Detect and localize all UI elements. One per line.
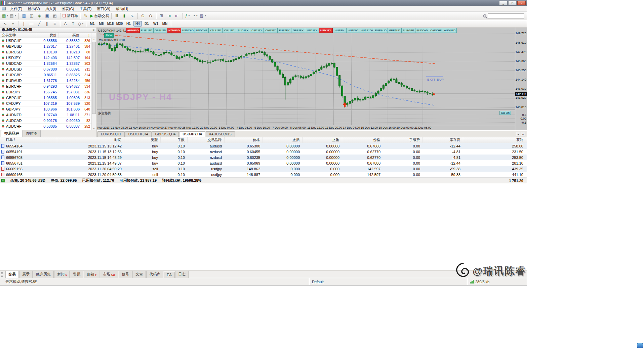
symbol-tab-audnzd[interactable]: AUDNZD (443, 28, 457, 33)
tabs-scroll-left-icon[interactable]: ◄ (516, 132, 520, 136)
menu-item-tools[interactable]: 工具(T) (77, 6, 94, 12)
market-watch-titlebar[interactable]: 市场报价: 01:20:45 × (0, 28, 96, 33)
column-bid[interactable]: 卖价 (36, 33, 58, 38)
chart-line-button[interactable]: ∿ (129, 12, 136, 19)
bottom-tab-account-history[interactable]: 账户历史 (33, 271, 54, 278)
market-watch-row-gbpchf[interactable]: GBPCHF1.085851.09398813 (0, 95, 96, 101)
strategy-tester-button[interactable]: ◩ (51, 12, 58, 19)
symbol-tab-nas100[interactable]: #NAS100 (360, 28, 374, 33)
bottom-tab-exposure[interactable]: 展示 (19, 271, 33, 278)
shapes-button[interactable]: ◇▼ (77, 20, 84, 27)
chart-shift-button[interactable]: ⇤ (173, 12, 180, 19)
scroll-down-icon[interactable]: ▼ (92, 127, 96, 130)
symbol-tab-cadjpy[interactable]: CADJPY (250, 28, 264, 33)
orders-column-4[interactable]: 交易品种 (188, 137, 225, 143)
new-chart-button[interactable]: ▦▼ (2, 12, 9, 19)
search-input[interactable] (488, 13, 524, 18)
market-watch-scrollbar[interactable]: ▲▼ (91, 38, 96, 130)
fibonacci-button[interactable]: ≡ (51, 20, 58, 27)
market-watch-row-audchf[interactable]: AUDCHF0.580850.58337252 (0, 124, 96, 129)
orders-column-0[interactable]: 订单 / (0, 137, 57, 143)
chart-tab-gbpusd-h4[interactable]: GBPUSD,H4 (152, 131, 179, 137)
orders-column-9[interactable]: 手续费 (383, 137, 423, 143)
timeframe-d1[interactable]: D1 (143, 21, 151, 27)
menu-item-help[interactable]: 帮助(H) (113, 6, 131, 12)
symbol-tab-chfjpy[interactable]: CHFJPY (264, 28, 278, 33)
status-profile[interactable]: Default (309, 278, 467, 285)
timeframe-m30[interactable]: M30 (115, 21, 124, 27)
vertical-line-button[interactable]: ∣ (20, 20, 27, 27)
bottom-tab-trade[interactable]: 交易 (5, 271, 19, 278)
menu-item-insert[interactable]: 插入(I) (43, 6, 59, 12)
indicators-button[interactable]: ƒ▼ (184, 12, 191, 19)
column-symbol[interactable]: 交易品种 (0, 33, 36, 38)
horizontal-line-button[interactable]: ― (28, 20, 35, 27)
metaeditor-button[interactable]: ✎ (82, 12, 89, 19)
symbol-tab-audusd[interactable]: AUDUSD (126, 28, 140, 33)
symbol-tab-us30[interactable]: #US30 (333, 28, 347, 33)
timeframe-m1[interactable]: M1 (88, 21, 96, 27)
symbol-tab-nzdjpy[interactable]: NZDJPY (305, 28, 319, 33)
navigator-button[interactable]: ◈ (36, 12, 43, 19)
timeframe-m15[interactable]: M15 (106, 21, 115, 27)
chart-window[interactable]: USDJPY,H4 142.411 1 AUDUSDEURUSDGBPUSDNZ… (97, 28, 527, 130)
menu-item-window[interactable]: 窗口(W) (94, 6, 113, 12)
chart-tab-xauusd-m15[interactable]: XAUUSD,M15 (206, 131, 235, 137)
symbol-tab-xauusd[interactable]: XAUUSD (209, 28, 223, 33)
chart-bars-button[interactable]: Ⅲ (113, 12, 120, 19)
market-watch-close-icon[interactable]: × (92, 28, 94, 32)
orders-column-8[interactable]: 价格 (342, 137, 383, 143)
market-watch-header[interactable]: 交易品种卖价买价! (0, 33, 96, 38)
text-button[interactable]: A (62, 20, 69, 27)
menu-item-file[interactable]: 文件(F) (7, 6, 25, 12)
market-watch-row-audcad[interactable]: AUDCAD0.901780.9026082 (0, 118, 96, 124)
zoom-in-button[interactable]: ⊕ (139, 12, 147, 19)
crosshair-button[interactable]: + (9, 20, 16, 27)
market-watch-tab-1[interactable]: 即时图 (23, 130, 41, 137)
auto-scroll-button[interactable]: ⇥ (166, 12, 173, 19)
orders-column-6[interactable]: 止损 (263, 137, 303, 143)
data-window-button[interactable]: ◫ (28, 12, 35, 19)
orders-column-2[interactable]: 类型 (124, 137, 161, 143)
symbol-tab-usdjpy[interactable]: USDJPY (319, 28, 333, 33)
maximize-button[interactable]: □ (508, 1, 517, 5)
market-watch-row-eurchf[interactable]: EURCHF0.942930.94627334 (0, 84, 96, 89)
profiles-button[interactable]: ▤▼ (9, 12, 16, 19)
symbol-tab-cadchf[interactable]: CADCHF (429, 28, 443, 33)
bottom-tab-mailbox[interactable]: 邮箱7 (84, 271, 99, 278)
timeframe-h1[interactable]: H1 (124, 21, 133, 27)
terminal-button[interactable]: ▣ (44, 12, 51, 19)
symbol-tab-audjpy[interactable]: AUDJPY (236, 28, 250, 33)
column-spread[interactable]: ! (81, 33, 91, 38)
timeframe-m5[interactable]: M5 (97, 21, 106, 27)
symbol-tab-eurgbp[interactable]: EURGBP (402, 28, 415, 33)
symbol-tab-eurjpy[interactable]: EURJPY (278, 28, 291, 33)
market-watch-row-usdcad[interactable]: USDCAD1.325641.32867303 (0, 61, 96, 67)
bottom-tab-articles[interactable]: 文章 (132, 271, 146, 278)
price-scale[interactable]: 149.720148.610147.470146.360145.250144.1… (515, 28, 527, 130)
market-watch-tab-0[interactable]: 交易品种 (1, 130, 23, 137)
minimize-button[interactable]: _ (499, 1, 508, 5)
orders-column-1[interactable]: 时间 (57, 137, 124, 143)
order-row-66554191[interactable]: 665541912023.11.15 13:12:56buy0.10nzdusd… (0, 149, 527, 155)
orders-column-3[interactable]: 手数 (161, 137, 188, 143)
orders-column-5[interactable]: 价格 (225, 137, 263, 143)
chart-tab-usdchf-h4[interactable]: USDCHF,H4 (125, 131, 152, 137)
market-watch-row-eurjpy[interactable]: EURJPY156.745157.081336 (0, 89, 96, 95)
time-axis[interactable]: 20 Nov 202321 Nov 08:0022 Nov 16:0024 No… (97, 125, 515, 130)
indicator-pane[interactable]: 多空趋势 XU On (97, 110, 515, 125)
symbol-tab-gbpjpy[interactable]: GBPJPY (291, 28, 305, 33)
price-chart[interactable]: EXIT BUY USDJPY - H4 (97, 33, 515, 110)
order-row-66556703[interactable]: 665567032023.11.15 14:48:29buy0.10nzdusd… (0, 155, 527, 160)
symbol-tab-us500[interactable]: #US500 (347, 28, 360, 33)
symbol-tab-gbpaud[interactable]: GBPAUD (388, 28, 402, 33)
symbol-tab-audcad[interactable]: AUDCAD (415, 28, 429, 33)
orders-header[interactable]: 订单 /时间类型手数交易品种价格止损止盈价格手续费库存费获利 (0, 137, 527, 143)
market-watch-row-audnzd[interactable]: AUDNZD1.077401.08111371 (0, 112, 96, 118)
bottom-tab-alerts[interactable]: 警报 (70, 271, 83, 278)
chart-tab-eurusd-h1[interactable]: EURUSD,H1 (97, 131, 125, 137)
market-watch-row-gbpusd[interactable]: GBPUSD1.270171.27401384 (0, 44, 96, 49)
timeframe-w1[interactable]: W1 (152, 21, 160, 27)
chart-window-icon[interactable] (2, 7, 6, 10)
bottom-tab-code-base[interactable]: 代码库 (146, 271, 163, 278)
